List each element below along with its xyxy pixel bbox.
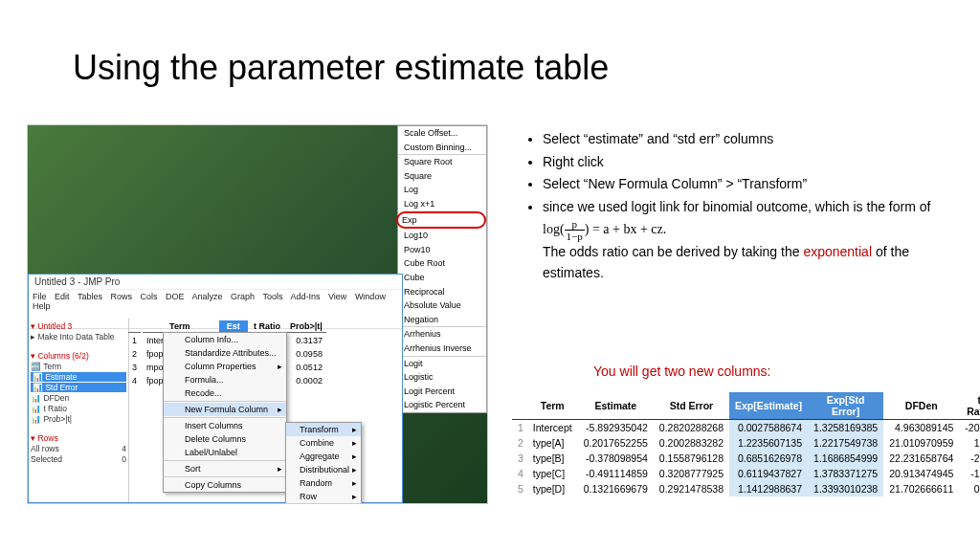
- rhdr-tratio: t Ratio: [959, 392, 980, 420]
- result-caption: You will get two new columns:: [593, 364, 770, 379]
- menu-graph[interactable]: Graph: [231, 292, 255, 301]
- menu-reciprocal[interactable]: Reciprocal: [398, 285, 486, 299]
- window-title: Untitled 3 - JMP Pro: [29, 275, 402, 290]
- sub-distributional[interactable]: Distributional: [286, 463, 361, 476]
- result-row: 2type[A]0.20176522550.20028832821.223560…: [512, 435, 980, 451]
- jmp-screenshot: Scale Offset... Custom Binning... Square…: [27, 124, 488, 504]
- menu-logx1[interactable]: Log x+1: [398, 197, 486, 211]
- result-row: 5type[D]0.13216696790.29214785381.141298…: [512, 481, 980, 496]
- panel-untitled[interactable]: ▾ Untitled 3: [31, 321, 126, 331]
- menu-tools[interactable]: Tools: [262, 292, 282, 301]
- menu-help[interactable]: Help: [33, 301, 51, 311]
- menu-addins[interactable]: Add-Ins: [290, 292, 320, 301]
- sub-groupby[interactable]: Group By: [286, 503, 361, 504]
- menu-logistic[interactable]: Logistic: [398, 370, 486, 385]
- ctx-column-props[interactable]: Column Properties: [164, 360, 286, 373]
- rhdr-stderr: Std Error: [654, 392, 729, 420]
- context-menu[interactable]: Column Info... Standardize Attributes...…: [163, 332, 287, 493]
- result-row: 3type[B]-0.3780989540.15587961280.685162…: [512, 451, 980, 466]
- left-panel: ▾ Untitled 3 ▸ Make Into Data Table ▾ Co…: [29, 319, 129, 502]
- rhdr-estimate: Estimate: [578, 392, 654, 420]
- sub-transform[interactable]: Transform: [286, 423, 361, 436]
- menu-doe[interactable]: DOE: [166, 292, 185, 301]
- rhdr-expest: Exp[Estimate]: [729, 392, 808, 420]
- bullet-4: since we used logit link for binomial ou…: [543, 197, 952, 283]
- jmp-window: Untitled 3 - JMP Pro File Edit Tables Ro…: [28, 274, 403, 503]
- rhdr-expse: Exp[Std Error]: [808, 392, 883, 420]
- rhdr-term: Term: [527, 392, 578, 420]
- panel-make-table[interactable]: ▸ Make Into Data Table: [31, 332, 126, 342]
- panel-columns[interactable]: ▾ Columns (6/2): [31, 351, 126, 361]
- menu-window[interactable]: Window: [355, 292, 386, 301]
- menubar[interactable]: File Edit Tables Rows Cols DOE Analyze G…: [29, 290, 402, 313]
- panel-allrows: All rows 4: [31, 444, 126, 453]
- menu-abs[interactable]: Absolute Value: [398, 298, 486, 313]
- sub-random[interactable]: Random: [286, 476, 361, 490]
- ctx-formula[interactable]: Formula...: [164, 373, 286, 386]
- menu-cbrt[interactable]: Cube Root: [398, 256, 486, 271]
- menu-file[interactable]: File: [33, 292, 47, 301]
- menu-arrhenius-inv[interactable]: Arrhenius Inverse: [398, 342, 486, 356]
- menu-exp-highlighted[interactable]: Exp: [396, 211, 486, 230]
- menu-negation[interactable]: Negation: [398, 313, 486, 327]
- menu-arrhenius[interactable]: Arrhenius: [398, 327, 486, 342]
- bullet-3: Select “New Formula Column” > “Transform…: [543, 174, 952, 195]
- instruction-bullets: Select “estimate” and “std err” columns …: [522, 129, 952, 285]
- result-table: Term Estimate Std Error Exp[Estimate] Ex…: [512, 392, 980, 496]
- bullet-1: Select “estimate” and “std err” columns: [543, 129, 952, 150]
- bullet-2: Right click: [543, 152, 952, 173]
- menu-cols[interactable]: Cols: [140, 292, 157, 301]
- result-row: 1Intercept-5.8929350420.28202882680.0027…: [512, 420, 980, 436]
- result-row: 4type[C]-0.4911148590.32087779250.611943…: [512, 466, 980, 481]
- col-dfden[interactable]: 📊 DFDen: [31, 393, 126, 403]
- ctx-recode[interactable]: Recode...: [164, 386, 286, 400]
- transform-submenu[interactable]: Scale Offset... Custom Binning... Square…: [397, 125, 487, 413]
- ctx-new-formula-column[interactable]: New Formula Column: [164, 403, 286, 416]
- menu-sqrt[interactable]: Square Root: [398, 155, 486, 169]
- menu-custom-binning[interactable]: Custom Binning...: [398, 141, 486, 155]
- exponential-highlight: exponential: [803, 244, 872, 259]
- menu-scale-offset[interactable]: Scale Offset...: [398, 126, 486, 141]
- ctx-label[interactable]: Label/Unlabel: [164, 446, 286, 459]
- ctx-standardize[interactable]: Standardize Attributes...: [164, 346, 286, 360]
- menu-log[interactable]: Log: [398, 183, 486, 197]
- ctx-sort[interactable]: Sort: [164, 462, 286, 475]
- menu-log10[interactable]: Log10: [398, 229, 486, 243]
- rhdr-blank: [512, 392, 527, 420]
- menu-view[interactable]: View: [328, 292, 346, 301]
- hdr-probt: Prob>|t|: [286, 320, 326, 333]
- ctx-insert-cols[interactable]: Insert Columns: [164, 419, 286, 432]
- slide-title: Using the parameter estimate table: [73, 48, 609, 88]
- col-term[interactable]: 🔤 Term: [31, 362, 126, 371]
- col-estimate-selected[interactable]: 📊 Estimate: [31, 372, 126, 382]
- menu-logit-pct[interactable]: Logit Percent: [398, 385, 486, 399]
- menu-cube[interactable]: Cube: [398, 271, 486, 285]
- col-stderr-selected[interactable]: 📊 Std Error: [31, 383, 126, 392]
- sub-row[interactable]: Row: [286, 490, 361, 503]
- menu-rows[interactable]: Rows: [110, 292, 132, 301]
- menu-logit[interactable]: Logit: [398, 357, 486, 371]
- sub-aggregate[interactable]: Aggregate: [286, 450, 361, 463]
- menu-square[interactable]: Square: [398, 169, 486, 184]
- hdr-blank: [128, 320, 141, 333]
- menu-analyze[interactable]: Analyze: [192, 292, 223, 301]
- menu-tables[interactable]: Tables: [78, 292, 102, 301]
- panel-selected: Selected 0: [31, 454, 126, 464]
- ctx-delete-cols[interactable]: Delete Columns: [164, 432, 286, 446]
- rhdr-dfden: DFDen: [883, 392, 959, 420]
- formula: log(p1−p) = a + bx + cz.: [543, 222, 666, 236]
- col-probt[interactable]: 📊 Prob>|t|: [31, 414, 126, 424]
- sub-combine[interactable]: Combine: [286, 436, 361, 450]
- menu-edit[interactable]: Edit: [55, 292, 70, 301]
- menu-pow10[interactable]: Pow10: [398, 243, 486, 257]
- menu-logistic-pct[interactable]: Logistic Percent: [398, 398, 486, 412]
- nfc-submenu[interactable]: Transform Combine Aggregate Distribution…: [285, 422, 362, 504]
- panel-rows[interactable]: ▾ Rows: [31, 433, 126, 443]
- ctx-column-info[interactable]: Column Info...: [164, 333, 286, 346]
- ctx-copy-cols[interactable]: Copy Columns: [164, 478, 286, 492]
- col-tratio[interactable]: 📊 t Ratio: [31, 404, 126, 413]
